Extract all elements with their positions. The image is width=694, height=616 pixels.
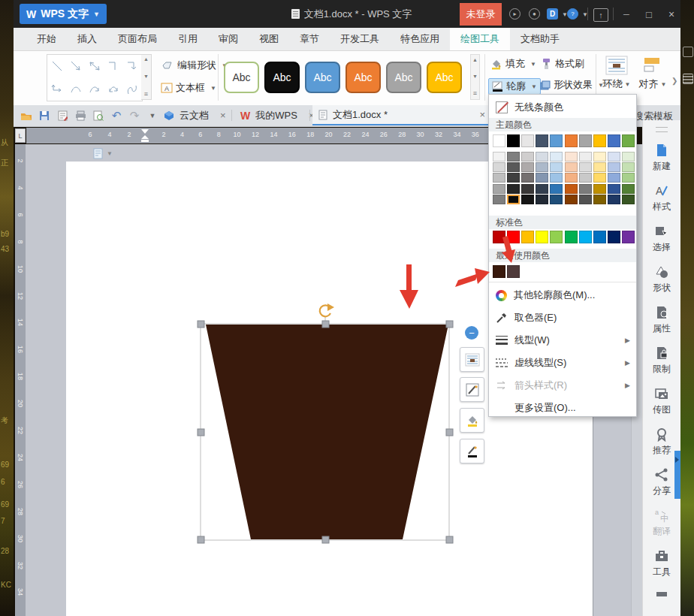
ribbon-expand-icon[interactable]: ❯ <box>671 77 677 85</box>
curved-arrow-connector-icon[interactable] <box>87 83 102 96</box>
help-icon[interactable]: ? <box>567 8 578 20</box>
redo-icon[interactable]: ↷ <box>128 109 141 122</box>
sidebar-item-properties[interactable]: 属性 <box>643 305 680 346</box>
export-icon[interactable] <box>56 109 69 122</box>
theme-tint-swatch[interactable] <box>507 162 520 172</box>
edit-points-quick-button[interactable] <box>460 377 484 402</box>
scroll-down-icon[interactable]: ▼ <box>472 74 478 79</box>
hide-ribbon-icon[interactable]: ↑ <box>593 8 608 22</box>
sidebar-item-tools[interactable]: 工具 <box>643 548 680 589</box>
tab-文档助手[interactable]: 文档助手 <box>510 28 570 50</box>
sidebar-item-partial[interactable] <box>643 589 680 616</box>
tab-开发工具[interactable]: 开发工具 <box>330 28 390 50</box>
tab-my-wps[interactable]: W 我的WPS× <box>234 105 320 125</box>
shape-style-preset-3[interactable]: Abc <box>345 62 381 93</box>
theme-tint-swatch[interactable] <box>493 195 505 204</box>
wrap-button[interactable]: 环绕▼ <box>599 56 634 91</box>
login-button[interactable]: 未登录 <box>460 3 502 26</box>
standard-color-swatch[interactable] <box>493 231 505 243</box>
tab-开始[interactable]: 开始 <box>26 28 67 50</box>
indent-marker[interactable] <box>141 129 149 142</box>
menu-item-dash-style[interactable]: 虚线线型(S) ▶ <box>489 352 636 373</box>
standard-color-swatch[interactable] <box>521 231 534 243</box>
sidebar-item-shapes[interactable]: 形状 <box>643 264 680 305</box>
freeform-curve-icon[interactable] <box>125 83 140 96</box>
theme-color-swatch[interactable] <box>593 134 606 147</box>
menu-item-more-settings[interactable]: 更多设置(O)... <box>489 397 636 418</box>
menu-item-color-picker[interactable]: 取色器(E) <box>489 307 636 328</box>
theme-color-swatch[interactable] <box>579 134 592 147</box>
standard-color-swatch[interactable] <box>608 231 620 243</box>
gallery-more-icon[interactable]: ≡ <box>473 89 477 97</box>
theme-tint-swatch[interactable] <box>608 184 620 194</box>
tab-current-document[interactable]: 文档1.docx * × <box>312 105 491 125</box>
tab-审阅[interactable]: 审阅 <box>208 28 249 50</box>
theme-tint-swatch[interactable] <box>521 184 534 194</box>
tab-cloud-docs[interactable]: 云文档× <box>158 105 232 125</box>
theme-color-swatch[interactable] <box>536 134 548 147</box>
outline-quick-button[interactable] <box>460 439 484 464</box>
standard-color-swatch[interactable] <box>550 231 563 243</box>
tab-章节[interactable]: 章节 <box>289 28 330 50</box>
theme-tint-swatch[interactable] <box>593 152 606 162</box>
tab-页面布局[interactable]: 页面布局 <box>107 28 167 50</box>
standard-color-swatch[interactable] <box>536 231 548 243</box>
theme-tint-swatch[interactable] <box>565 162 578 172</box>
sidebar-item-restrict[interactable]: 限制 <box>643 346 680 386</box>
curved-connector-icon[interactable] <box>68 83 83 96</box>
print-icon[interactable] <box>74 109 87 122</box>
standard-color-swatch[interactable] <box>622 231 635 243</box>
theme-tint-swatch[interactable] <box>507 184 520 194</box>
theme-tint-swatch[interactable] <box>565 195 578 204</box>
collapse-toolbar-button[interactable]: − <box>465 326 478 340</box>
line-icon[interactable] <box>50 59 65 73</box>
theme-tint-swatch[interactable] <box>579 195 592 204</box>
wrap-quick-button[interactable] <box>460 347 484 372</box>
menu-item-line-style[interactable]: 线型(W) ▶ <box>489 330 636 351</box>
theme-tint-swatch[interactable] <box>608 195 620 204</box>
theme-tint-swatch[interactable] <box>493 162 505 172</box>
theme-tint-swatch[interactable] <box>565 184 578 194</box>
theme-tint-swatch[interactable] <box>521 195 534 204</box>
theme-tint-swatch[interactable] <box>536 184 548 194</box>
theme-tint-swatch[interactable] <box>550 173 563 183</box>
theme-tint-swatch[interactable] <box>507 195 520 204</box>
theme-color-swatch[interactable] <box>507 134 520 147</box>
theme-tint-swatch[interactable] <box>536 195 548 204</box>
theme-tint-swatch[interactable] <box>521 173 534 183</box>
fill-button[interactable]: 填充▼ <box>490 57 536 71</box>
theme-tint-swatch[interactable] <box>550 152 563 162</box>
theme-tint-swatch[interactable] <box>579 173 592 183</box>
theme-tint-swatch[interactable] <box>493 173 505 183</box>
tab-绘图工具[interactable]: 绘图工具 <box>450 28 510 50</box>
tab-引用[interactable]: 引用 <box>167 28 208 50</box>
standard-color-swatch[interactable] <box>593 231 606 243</box>
theme-color-swatch[interactable] <box>622 134 635 147</box>
theme-tint-swatch[interactable] <box>550 195 563 204</box>
fill-quick-button[interactable] <box>460 408 484 433</box>
theme-tint-swatch[interactable] <box>493 152 505 162</box>
vertical-ruler[interactable]: 246810121416182022242628303234 <box>15 144 26 616</box>
theme-tint-swatch[interactable] <box>521 152 534 162</box>
tab-插入[interactable]: 插入 <box>67 28 107 50</box>
theme-tint-swatch[interactable] <box>608 173 620 183</box>
shape-style-preset-0[interactable]: Abc <box>224 62 259 93</box>
docer-icon[interactable]: D <box>547 8 558 20</box>
theme-tint-swatch[interactable] <box>565 173 578 183</box>
theme-tint-swatch[interactable] <box>493 184 505 194</box>
sidebar-item-new[interactable]: 新建 <box>643 143 680 183</box>
theme-tint-swatch[interactable] <box>593 195 606 204</box>
sidebar-item-upload-image[interactable]: 传图 <box>643 386 680 427</box>
theme-tint-swatch[interactable] <box>565 152 578 162</box>
theme-tint-swatch[interactable] <box>622 184 635 194</box>
theme-tint-swatch[interactable] <box>507 152 520 162</box>
align-button[interactable]: 对齐▼ <box>635 56 670 91</box>
feedback-icon[interactable]: ▸ <box>509 8 520 20</box>
elbow-connector-icon[interactable] <box>106 59 121 73</box>
theme-tint-swatch[interactable] <box>622 152 635 162</box>
pane-toggle-tab[interactable] <box>674 451 680 499</box>
close-button[interactable]: × <box>665 8 677 20</box>
theme-color-swatch[interactable] <box>565 134 578 147</box>
curved-double-arrow-connector-icon[interactable] <box>106 83 121 96</box>
tab-视图[interactable]: 视图 <box>249 28 289 50</box>
